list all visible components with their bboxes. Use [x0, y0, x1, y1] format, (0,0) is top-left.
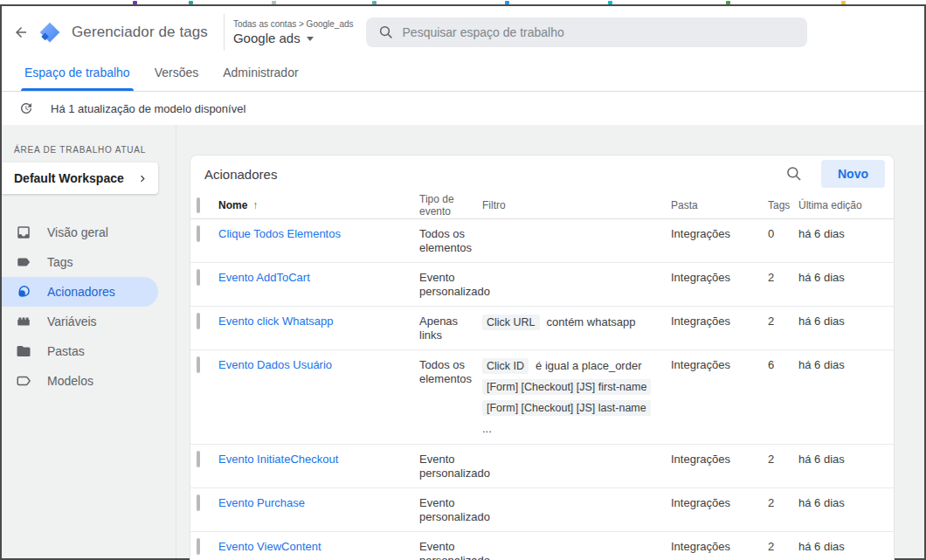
trigger-name-link[interactable]: Evento Dados Usuário	[218, 358, 332, 371]
column-header-ultima-edicao[interactable]: Última edição	[798, 199, 894, 211]
app-title: Gerenciador de tags	[72, 24, 208, 41]
event-type-cell: Apenas links	[419, 315, 482, 342]
row-checkbox[interactable]	[197, 313, 200, 329]
trigger-name-link[interactable]: Evento ViewContent	[218, 540, 321, 553]
table-row: Evento Dados UsuárioTodos os elementosCl…	[190, 350, 894, 445]
last-edited-cell: há 6 dias	[798, 358, 894, 372]
new-trigger-button[interactable]: Novo	[821, 160, 885, 188]
workspace-selector[interactable]: Default Workspace	[2, 162, 158, 194]
table-row: Evento AddToCartEvento personalizadoInte…	[190, 263, 894, 307]
breadcrumb: Todas as contas > Google_ads	[233, 19, 354, 29]
account-name: Google ads	[233, 31, 301, 45]
tags-count-cell: 0	[765, 227, 798, 241]
column-header-filtro[interactable]: Filtro	[482, 199, 671, 211]
sidebar-item-visao-geral[interactable]: Visão geral	[2, 218, 176, 247]
filter-variable-chip: [Form] [Checkout] [JS] first-name	[482, 379, 651, 395]
table-row: Evento ViewContentEvento personalizadoIn…	[190, 532, 894, 560]
workspace-search[interactable]	[366, 17, 807, 47]
sidebar: ÁREA DE TRABALHO ATUAL Default Workspace…	[2, 125, 176, 558]
filter-condition: é igual a place_order	[536, 359, 641, 372]
row-checkbox[interactable]	[197, 225, 200, 242]
account-selector[interactable]: Todas as contas > Google_ads Google ads	[233, 19, 354, 45]
row-checkbox[interactable]	[197, 356, 200, 373]
template-update-banner[interactable]: Há 1 atualização de modelo disponível	[2, 92, 924, 125]
sidebar-item-modelos[interactable]: Modelos	[2, 366, 176, 396]
column-header-tags[interactable]: Tags	[765, 199, 798, 211]
event-type-cell: Evento personalizado	[419, 496, 482, 524]
row-checkbox[interactable]	[197, 451, 200, 467]
triggers-card: Acionadores Novo Nome↑	[190, 155, 895, 560]
event-type-cell: Todos os elementos	[419, 227, 482, 255]
column-header-tipo-de-evento[interactable]: Tipo de evento	[419, 193, 482, 218]
tags-count-cell: 2	[765, 496, 798, 510]
filter-line: [Form] [Checkout] [JS] first-name	[482, 379, 664, 395]
row-checkbox[interactable]	[197, 538, 200, 555]
select-all-checkbox[interactable]	[197, 197, 200, 213]
workspace-name: Default Workspace	[14, 171, 124, 185]
sidebar-item-label: Variáveis	[47, 315, 97, 328]
header-divider	[224, 14, 225, 51]
table-body: Clique Todos ElementosTodos os elementos…	[190, 219, 894, 560]
filter-cell: Click URLcontém whatsapp	[482, 315, 671, 330]
table-row: Evento PurchaseEvento personalizadoInteg…	[190, 488, 894, 532]
sidebar-item-pastas[interactable]: Pastas	[2, 336, 176, 366]
sidebar-item-label: Pastas	[47, 344, 85, 358]
tab-versoes[interactable]: Versões	[142, 66, 211, 91]
trigger-name-link[interactable]: Evento Purchase	[218, 496, 305, 509]
sidebar-item-label: Tags	[47, 255, 73, 269]
sidebar-item-tags[interactable]: Tags	[2, 247, 176, 277]
trigger-name-link[interactable]: Evento InitiateCheckout	[218, 453, 338, 466]
list-search-icon[interactable]	[779, 159, 809, 189]
last-edited-cell: há 6 dias	[798, 496, 894, 510]
tag-icon	[16, 254, 31, 270]
tab-administrador[interactable]: Administrador	[211, 66, 310, 91]
tags-count-cell: 6	[765, 358, 798, 372]
filter-line: ...	[482, 421, 664, 437]
folder-cell: Integrações	[671, 496, 765, 510]
top-bar: Gerenciador de tags Todas as contas > Go…	[2, 6, 924, 58]
event-type-cell: Evento personalizado	[419, 271, 482, 299]
tags-count-cell: 2	[765, 540, 798, 554]
sidebar-item-variaveis[interactable]: Variáveis	[2, 307, 176, 336]
table-row: Evento InitiateCheckoutEvento personaliz…	[190, 445, 894, 488]
last-edited-cell: há 6 dias	[798, 315, 894, 328]
filter-variable-chip: [Form] [Checkout] [JS] last-name	[482, 400, 651, 416]
sidebar-item-acionadores[interactable]: Acionadores	[2, 277, 158, 307]
trigger-name-link[interactable]: Evento click Whatsapp	[218, 315, 334, 328]
tab-espaco-de-trabalho[interactable]: Espaço de trabalho	[12, 66, 142, 91]
gtm-logo-icon	[38, 21, 61, 44]
trigger-name-link[interactable]: Clique Todos Elementos	[218, 227, 341, 240]
row-checkbox[interactable]	[197, 269, 200, 286]
templates-icon	[16, 373, 31, 389]
back-arrow-icon[interactable]	[9, 20, 33, 45]
page-title: Acionadores	[204, 167, 779, 182]
gtm-page: Gerenciador de tags Todas as contas > Go…	[0, 0, 926, 560]
search-icon	[378, 24, 394, 40]
filter-cell: Click IDé igual a place_order[Form] [Che…	[482, 358, 671, 437]
folder-cell: Integrações	[671, 453, 765, 467]
overview-icon	[16, 225, 31, 240]
column-header-nome[interactable]: Nome↑	[218, 199, 419, 211]
variables-icon	[16, 314, 31, 329]
filter-line: [Form] [Checkout] [JS] last-name	[482, 400, 664, 416]
workspace-section-label: ÁREA DE TRABALHO ATUAL	[2, 145, 176, 155]
filter-condition: contém whatsapp	[547, 315, 636, 328]
sidebar-item-label: Acionadores	[47, 285, 115, 299]
filter-variable-chip: Click ID	[482, 358, 529, 374]
notification-text: Há 1 atualização de modelo disponível	[51, 102, 245, 115]
folder-cell: Integrações	[671, 358, 765, 372]
row-checkbox[interactable]	[197, 494, 200, 511]
card-header: Acionadores Novo	[190, 156, 894, 192]
sidebar-menu: Visão geral Tags	[2, 218, 176, 396]
trigger-name-link[interactable]: Evento AddToCart	[218, 271, 310, 284]
last-edited-cell: há 6 dias	[798, 271, 894, 285]
table-header: Nome↑ Tipo de evento Filtro Pasta Tags Ú…	[190, 192, 894, 219]
filter-condition: ...	[482, 422, 492, 435]
filter-line: Click URLcontém whatsapp	[482, 315, 664, 330]
search-input[interactable]	[403, 25, 770, 39]
folder-cell: Integrações	[671, 315, 765, 328]
update-icon	[19, 101, 33, 115]
column-header-pasta[interactable]: Pasta	[671, 199, 765, 211]
chevron-right-icon	[136, 172, 149, 185]
main-tabs: Espaço de trabalho Versões Administrador	[2, 58, 924, 92]
